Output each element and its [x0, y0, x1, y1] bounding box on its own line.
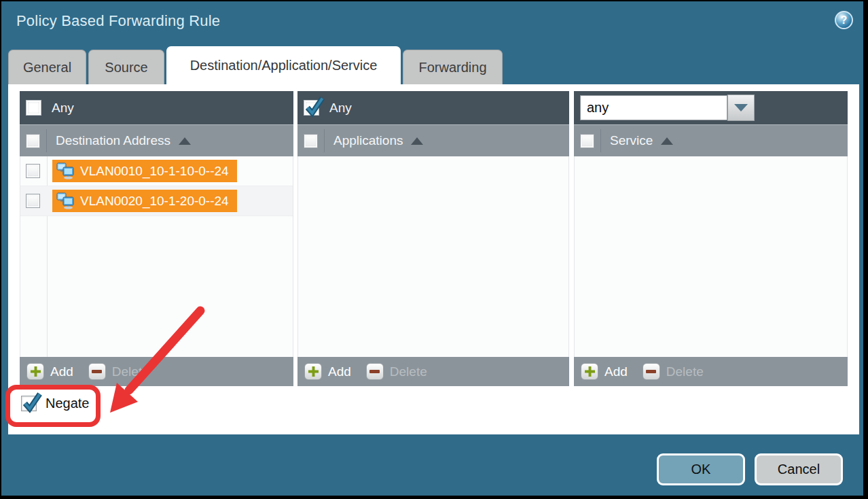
delete-label: Delete — [390, 364, 427, 379]
applications-column-header[interactable]: Applications — [297, 124, 569, 156]
cancel-button[interactable]: Cancel — [755, 453, 843, 485]
header-divider — [46, 129, 47, 152]
pbf-rule-dialog: Policy Based Forwarding Rule ? General S… — [1, 1, 863, 496]
delete-button[interactable]: Delete — [88, 363, 149, 380]
delete-label: Delete — [666, 364, 704, 379]
table-row: VLAN0020_10-1-20-0--24 — [20, 186, 293, 216]
plus-icon — [581, 363, 598, 380]
delete-button[interactable]: Delete — [366, 363, 427, 380]
checkmark-icon — [303, 95, 325, 117]
applications-panel: Any Applications Add — [297, 91, 569, 386]
applications-any-checkbox[interactable] — [304, 100, 319, 116]
checkmark-icon — [20, 391, 42, 413]
service-select-all-checkbox[interactable] — [580, 134, 594, 148]
header-divider — [324, 129, 325, 152]
help-icon[interactable]: ? — [835, 11, 853, 29]
add-label: Add — [50, 364, 73, 379]
chevron-down-icon — [734, 104, 748, 111]
destination-footer: Add Delete — [20, 357, 293, 386]
tab-general[interactable]: General — [8, 50, 86, 84]
applications-footer: Add Delete — [297, 357, 569, 386]
sort-ascending-icon — [661, 137, 673, 145]
sort-ascending-icon — [411, 137, 423, 145]
table-row: VLAN0010_10-1-10-0--24 — [20, 156, 293, 186]
minus-icon — [643, 363, 660, 380]
destination-any-checkbox[interactable] — [26, 100, 41, 116]
service-header-label: Service — [610, 133, 653, 148]
dialog-title: Policy Based Forwarding Rule — [16, 12, 220, 30]
add-label: Add — [604, 364, 628, 379]
network-address-icon — [56, 192, 75, 209]
address-object-label: VLAN0020_10-1-20-0--24 — [80, 194, 229, 209]
negate-control[interactable]: Negate — [21, 396, 90, 411]
service-list — [574, 156, 848, 357]
delete-button[interactable]: Delete — [643, 363, 704, 380]
destination-any-bar: Any — [20, 91, 293, 124]
applications-any-label: Any — [329, 101, 352, 116]
add-button[interactable]: Add — [304, 363, 351, 380]
tab-content: Any Destination Address — [8, 84, 859, 434]
plus-icon — [26, 363, 44, 380]
service-footer: Add Delete — [574, 357, 848, 386]
add-label: Add — [328, 364, 351, 379]
row-checkbox[interactable] — [26, 194, 40, 208]
row-checkbox[interactable] — [26, 164, 40, 178]
minus-icon — [366, 363, 384, 380]
applications-select-all-checkbox[interactable] — [304, 134, 318, 148]
network-address-icon — [56, 162, 75, 179]
service-dropdown[interactable]: any — [580, 94, 755, 121]
header-divider — [600, 129, 601, 152]
applications-header-label: Applications — [333, 133, 403, 148]
address-object-vlan0010[interactable]: VLAN0010_10-1-10-0--24 — [52, 160, 237, 182]
service-panel: any Service — [574, 91, 848, 386]
destination-select-all-checkbox[interactable] — [26, 134, 40, 148]
service-any-bar: any — [574, 91, 848, 124]
ok-button[interactable]: OK — [657, 453, 745, 485]
plus-icon — [304, 363, 322, 380]
service-dropdown-button[interactable] — [727, 94, 755, 121]
screenshot-frame: Policy Based Forwarding Rule ? General S… — [0, 0, 868, 499]
negate-label: Negate — [46, 396, 90, 411]
tab-forwarding[interactable]: Forwarding — [403, 50, 503, 84]
destination-any-label: Any — [52, 101, 74, 116]
service-dropdown-value[interactable]: any — [580, 95, 727, 120]
address-object-vlan0020[interactable]: VLAN0020_10-1-20-0--24 — [52, 190, 237, 212]
tab-destination-application-service[interactable]: Destination/Application/Service — [166, 46, 401, 84]
destination-header-label: Destination Address — [56, 133, 170, 148]
destination-list: VLAN0010_10-1-10-0--24 — [20, 156, 293, 357]
minus-icon — [88, 363, 106, 380]
add-button[interactable]: Add — [581, 363, 628, 380]
service-column-header[interactable]: Service — [574, 124, 848, 156]
applications-any-bar: Any — [297, 91, 569, 124]
address-object-label: VLAN0010_10-1-10-0--24 — [80, 164, 229, 179]
tab-bar: General Source Destination/Application/S… — [8, 46, 503, 84]
negate-checkbox[interactable] — [21, 396, 37, 411]
add-button[interactable]: Add — [26, 363, 73, 380]
sort-ascending-icon — [179, 137, 191, 145]
tab-source[interactable]: Source — [88, 50, 164, 84]
delete-label: Delete — [112, 364, 149, 379]
applications-list — [297, 156, 569, 357]
destination-column-header[interactable]: Destination Address — [20, 124, 293, 156]
destination-panel: Any Destination Address — [20, 91, 293, 386]
